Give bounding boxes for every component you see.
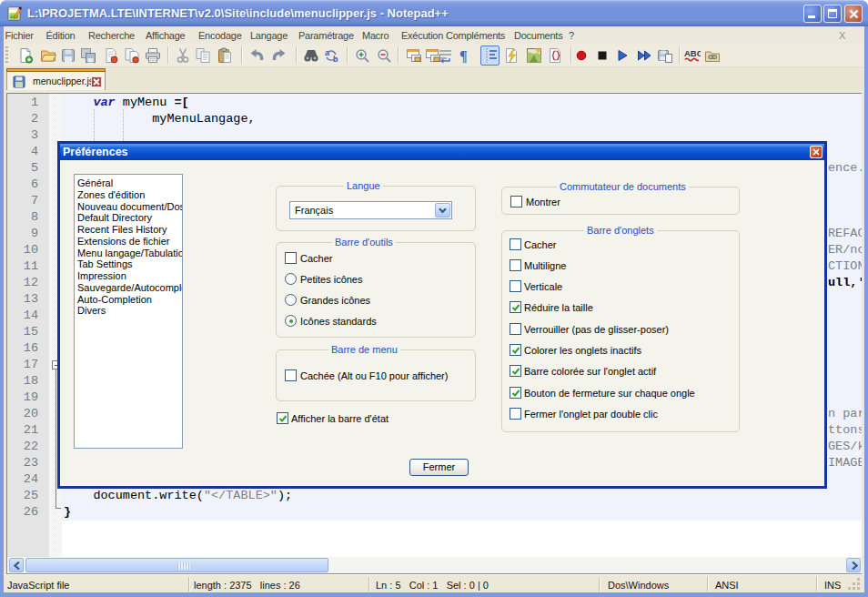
svg-text:ABC: ABC — [684, 48, 701, 58]
svg-text:¶: ¶ — [459, 48, 468, 64]
